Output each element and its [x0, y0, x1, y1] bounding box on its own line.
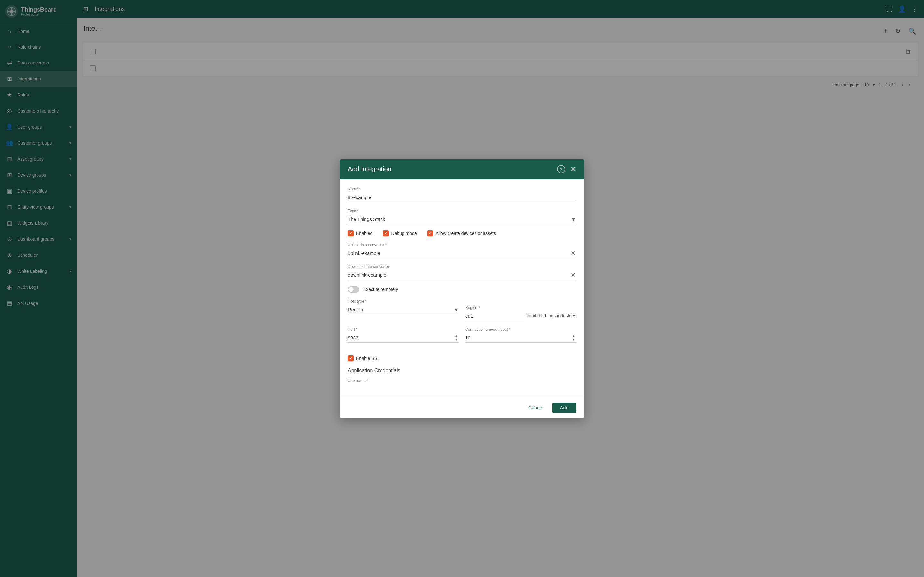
enable-ssl-label: Enable SSL	[356, 356, 380, 361]
timeout-stepper-buttons: ▲ ▼	[571, 333, 576, 343]
allow-create-checkbox-box	[427, 230, 433, 236]
timeout-label: Connection timeout (sec) *	[465, 327, 576, 332]
type-select[interactable]: The Things Stack	[348, 214, 576, 224]
allow-create-label: Allow create devices or assets	[436, 231, 496, 236]
port-field: Port * ▲ ▼	[348, 327, 459, 343]
port-stepper: ▲ ▼	[348, 333, 459, 343]
enabled-checkbox[interactable]: Enabled	[348, 230, 373, 236]
port-input[interactable]	[348, 333, 459, 343]
execute-remotely-toggle[interactable]	[348, 286, 359, 293]
port-increment-button[interactable]: ▲	[454, 334, 459, 338]
port-stepper-buttons: ▲ ▼	[454, 333, 459, 343]
region-group: Region * .cloud.thethings.industries	[465, 306, 576, 321]
timeout-decrement-button[interactable]: ▼	[571, 338, 576, 342]
enable-ssl-checkbox[interactable]: Enable SSL	[348, 356, 380, 361]
dialog-body: Name * Type * The Things Stack ▾ Enabled	[340, 179, 584, 397]
name-label: Name *	[348, 187, 576, 191]
downlink-field: Downlink data converter ✕	[348, 264, 576, 280]
checkboxes-row: Enabled Debug mode Allow create devices …	[348, 230, 576, 236]
port-label: Port *	[348, 327, 459, 332]
downlink-label: Downlink data converter	[348, 264, 576, 269]
uplink-label: Uplink data converter *	[348, 243, 576, 247]
timeout-input[interactable]	[465, 333, 576, 343]
debug-mode-checkbox-box	[383, 230, 389, 236]
region-suffix: .cloud.thethings.industries	[523, 313, 576, 321]
name-field: Name *	[348, 187, 576, 202]
port-timeout-row: Port * ▲ ▼ Connection timeout (sec) *	[348, 327, 576, 349]
downlink-clear-button[interactable]: ✕	[570, 271, 576, 279]
uplink-field: Uplink data converter * ✕	[348, 243, 576, 258]
name-input[interactable]	[348, 193, 576, 202]
timeout-field: Connection timeout (sec) * ▲ ▼	[465, 327, 576, 343]
port-decrement-button[interactable]: ▼	[454, 338, 459, 342]
enabled-label: Enabled	[356, 231, 373, 236]
type-field: Type * The Things Stack ▾	[348, 209, 576, 224]
host-type-select[interactable]: Region	[348, 305, 459, 314]
execute-remotely-row: Execute remotely	[348, 286, 576, 293]
dialog-title: Add Integration	[348, 165, 553, 173]
ssl-checkbox-row: Enable SSL	[348, 356, 576, 361]
type-select-wrapper: The Things Stack ▾	[348, 214, 576, 224]
modal-overlay: Add Integration ? ✕ Name * Type * The Th…	[0, 0, 924, 577]
enabled-checkbox-box	[348, 230, 354, 236]
execute-remotely-label: Execute remotely	[363, 287, 398, 292]
username-field: Username *	[348, 379, 576, 383]
uplink-input-wrap: ✕	[348, 248, 576, 258]
uplink-input[interactable]	[348, 248, 576, 258]
type-label: Type *	[348, 209, 576, 213]
downlink-input[interactable]	[348, 270, 576, 280]
add-button[interactable]: Add	[552, 403, 576, 413]
region-field: Region *	[465, 306, 523, 321]
close-button[interactable]: ✕	[570, 165, 576, 173]
help-button[interactable]: ?	[557, 165, 565, 173]
toggle-knob	[349, 287, 354, 292]
app-credentials-heading: Application Credentials	[348, 367, 576, 374]
uplink-clear-button[interactable]: ✕	[570, 249, 576, 258]
host-region-row: Host type * Region ▾ Region * .cloud.the…	[348, 299, 576, 321]
username-label: Username *	[348, 379, 576, 383]
debug-mode-label: Debug mode	[391, 231, 417, 236]
allow-create-checkbox[interactable]: Allow create devices or assets	[427, 230, 496, 236]
timeout-increment-button[interactable]: ▲	[571, 334, 576, 338]
dialog-footer: Cancel Add	[340, 397, 584, 418]
dialog-header: Add Integration ? ✕	[340, 159, 584, 179]
debug-mode-checkbox[interactable]: Debug mode	[383, 230, 417, 236]
region-input[interactable]	[465, 311, 523, 321]
dialog-header-actions: ? ✕	[557, 165, 576, 173]
enable-ssl-checkbox-box	[348, 356, 354, 361]
timeout-stepper: ▲ ▼	[465, 333, 576, 343]
region-label: Region *	[465, 306, 523, 310]
host-type-label: Host type *	[348, 299, 459, 303]
host-type-select-wrapper: Region ▾	[348, 305, 459, 314]
cancel-button[interactable]: Cancel	[523, 403, 549, 413]
downlink-input-wrap: ✕	[348, 270, 576, 280]
add-integration-dialog: Add Integration ? ✕ Name * Type * The Th…	[340, 159, 584, 418]
host-type-field: Host type * Region ▾	[348, 299, 459, 314]
